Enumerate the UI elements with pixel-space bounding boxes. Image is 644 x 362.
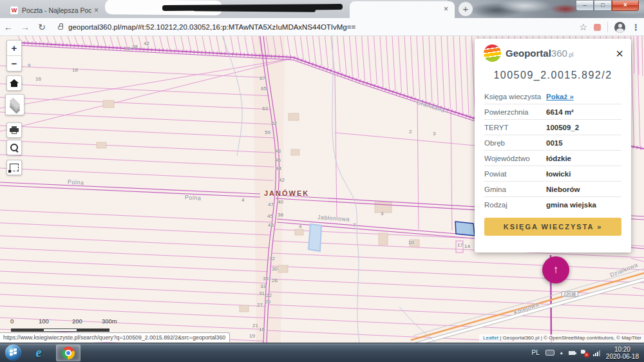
measure-button[interactable] bbox=[6, 160, 22, 175]
toolbar-right: ☆ ⋮ bbox=[579, 18, 640, 36]
scroll-up-fab[interactable]: ↑ bbox=[542, 256, 569, 283]
chrome-icon bbox=[62, 347, 75, 359]
row-label: Obręb bbox=[484, 139, 546, 147]
table-row: GminaNieborów bbox=[484, 182, 621, 197]
scale-label: 200 bbox=[72, 318, 82, 325]
back-icon[interactable]: ← bbox=[0, 22, 17, 32]
bookmark-star-icon[interactable]: ☆ bbox=[579, 22, 587, 32]
row-label: Powiat bbox=[484, 170, 546, 178]
hidden-icons-arrow[interactable]: ▴ bbox=[560, 350, 563, 356]
scale-label: 100 bbox=[39, 318, 49, 325]
window-maximize-button[interactable]: □ bbox=[594, 1, 612, 11]
layers-button[interactable] bbox=[5, 94, 24, 115]
window-controls: – □ × bbox=[576, 1, 639, 11]
brand-360: 360 bbox=[551, 48, 567, 59]
close-tab-icon[interactable]: × bbox=[94, 6, 99, 14]
address-bar[interactable]: geoportal360.pl/map/#t:52.10212,20.03052… bbox=[55, 20, 551, 34]
action-center-flag-icon[interactable] bbox=[581, 350, 587, 356]
row-label: Rodzaj bbox=[484, 201, 546, 209]
url-text: geoportal360.pl/map/#t:52.10212,20.03052… bbox=[68, 23, 355, 31]
profile-avatar-icon[interactable] bbox=[614, 22, 625, 33]
tab-geoportal-active[interactable]: × bbox=[350, 1, 455, 18]
row-value: 6614 m² bbox=[546, 108, 574, 116]
print-icon bbox=[10, 126, 19, 134]
search-icon bbox=[10, 144, 19, 152]
start-button[interactable] bbox=[5, 345, 21, 361]
system-tray: PL ▴ 10:20 2020-06-18 bbox=[532, 343, 644, 362]
row-value: Nieborów bbox=[546, 186, 580, 193]
status-bar-link: https://www.ksiegiwieczyste.pl/search/qu… bbox=[0, 332, 230, 342]
row-label: Województwo bbox=[484, 155, 546, 162]
taskbar-chrome-button[interactable] bbox=[56, 345, 80, 361]
close-tab-icon[interactable]: × bbox=[444, 5, 448, 13]
tab-poczta[interactable]: W Poczta - Najlepsza Poczta, najwię × bbox=[5, 3, 105, 18]
brand-tld: .pl bbox=[567, 52, 574, 58]
row-label: Księga wieczysta bbox=[484, 93, 546, 100]
row-label: Gmina bbox=[484, 186, 546, 193]
leaflet-link[interactable]: Leaflet bbox=[483, 335, 498, 341]
scale-label: 0 bbox=[10, 318, 14, 325]
attribution-text: | Geoportal360.pl | © OpenStreetMap cont… bbox=[498, 335, 641, 341]
table-row: Rodzajgmina wiejska bbox=[484, 197, 621, 213]
panel-close-icon[interactable]: × bbox=[616, 48, 623, 59]
wp-favicon-icon: W bbox=[10, 6, 18, 14]
taskbar-clock[interactable]: 10:20 2020-06-18 bbox=[606, 346, 639, 360]
pond bbox=[308, 224, 321, 251]
zoom-in-button[interactable]: + bbox=[7, 41, 21, 56]
reload-icon[interactable]: ↻ bbox=[33, 22, 50, 32]
panel-header: Geoportal360.pl × bbox=[475, 39, 631, 62]
parcel-info-panel: Geoportal360.pl × 100509_2.0015.892/2 Ks… bbox=[475, 39, 631, 252]
menu-kebab-icon[interactable]: ⋮ bbox=[632, 23, 640, 32]
geoportal-logo-text: Geoportal360.pl bbox=[506, 48, 573, 59]
table-row: TERYT100509_2 bbox=[484, 120, 621, 135]
row-value: łowicki bbox=[546, 170, 571, 178]
table-row: Księga wieczystaPokaż » bbox=[484, 89, 621, 104]
row-value: 100509_2 bbox=[546, 124, 579, 131]
selected-parcel[interactable] bbox=[455, 222, 475, 236]
windows-taskbar: e PL ▴ 10:20 2020-06-18 bbox=[0, 343, 644, 362]
map-viewport: JANÓWEKPolnaPolnaJabłoniowaGranicznaKole… bbox=[0, 36, 644, 343]
window-minimize-button[interactable]: – bbox=[576, 1, 594, 11]
zoom-out-button[interactable]: − bbox=[7, 56, 21, 71]
home-icon bbox=[10, 79, 19, 87]
keyboard-icon[interactable] bbox=[545, 350, 554, 356]
new-tab-button[interactable]: + bbox=[459, 2, 473, 16]
browser-toolbar: ← → ↻ geoportal360.pl/map/#t:52.10212,20… bbox=[0, 18, 644, 36]
parcel-id-title: 100509_2.0015.892/2 bbox=[475, 70, 631, 81]
table-row: Obręb0015 bbox=[484, 135, 621, 151]
table-row: Powiatłowicki bbox=[484, 166, 621, 182]
divider bbox=[607, 22, 608, 32]
browser-tab-bar: W Poczta - Najlepsza Poczta, najwię × × … bbox=[0, 0, 644, 18]
lock-icon bbox=[58, 26, 63, 30]
extension-icon[interactable] bbox=[594, 24, 601, 31]
print-button[interactable] bbox=[6, 122, 22, 138]
row-value: 0015 bbox=[546, 139, 563, 147]
language-indicator[interactable]: PL bbox=[532, 349, 540, 356]
row-value: gmina wiejska bbox=[546, 201, 596, 209]
taskbar-ie-button[interactable]: e bbox=[26, 345, 51, 361]
tab-title: Poczta - Najlepsza Poczta, najwię bbox=[22, 6, 91, 14]
zoom-control: + − bbox=[6, 40, 22, 71]
row-label: Powierzchnia bbox=[484, 108, 546, 116]
row-label: TERYT bbox=[484, 124, 546, 131]
window-close-button[interactable]: × bbox=[612, 1, 639, 11]
layers-icon bbox=[9, 99, 21, 111]
map-attribution: Leaflet | Geoportal360.pl | © OpenStreet… bbox=[479, 334, 644, 343]
forward-icon[interactable]: → bbox=[17, 22, 33, 32]
scale-label: 300m bbox=[102, 318, 117, 325]
search-button[interactable] bbox=[6, 140, 22, 155]
table-row: Powierzchnia6614 m² bbox=[484, 104, 621, 120]
measure-icon bbox=[10, 164, 19, 171]
network-signal-icon[interactable] bbox=[593, 350, 600, 356]
screen: W Poczta - Najlepsza Poczta, najwię × × … bbox=[0, 0, 644, 362]
parcel-attributes: Księga wieczystaPokaż » Powierzchnia6614… bbox=[484, 89, 621, 213]
ksiega-wieczysta-button[interactable]: KSIĘGA WIECZYSTA » bbox=[484, 218, 621, 236]
home-button[interactable] bbox=[6, 75, 22, 91]
pokaz-link[interactable]: Pokaż » bbox=[546, 93, 574, 100]
internet-explorer-icon: e bbox=[36, 345, 42, 360]
row-value: łódzkie bbox=[546, 155, 571, 162]
battery-icon[interactable] bbox=[569, 351, 575, 355]
brand: Geoportal bbox=[506, 48, 551, 59]
clock-time: 10:20 bbox=[606, 346, 639, 353]
geoportal-logo-icon bbox=[482, 43, 502, 62]
